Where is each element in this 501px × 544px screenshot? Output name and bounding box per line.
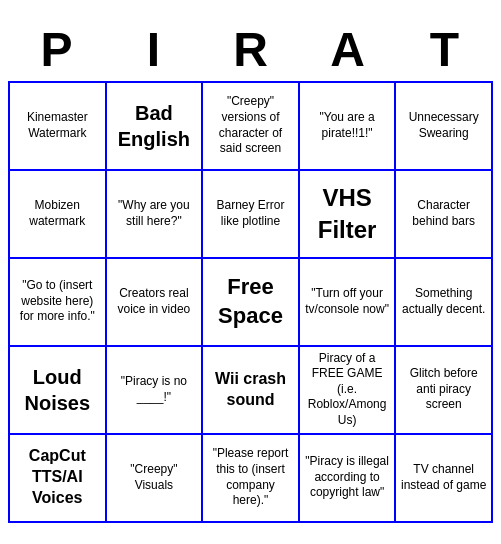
bingo-card: P I R A T Kinemaster Watermark Bad Engli… — [0, 14, 501, 531]
cell-21[interactable]: "Creepy" Visuals — [107, 435, 204, 523]
bingo-title: P I R A T — [8, 22, 493, 77]
title-letter-t: T — [400, 22, 490, 77]
bingo-grid: Kinemaster Watermark Bad English "Creepy… — [8, 81, 493, 523]
cell-3[interactable]: "You are a pirate!!1!" — [300, 83, 397, 171]
cell-23[interactable]: "Piracy is illegal according to copyrigh… — [300, 435, 397, 523]
cell-20[interactable]: CapCut TTS/AI Voices — [10, 435, 107, 523]
title-letter-r: R — [206, 22, 296, 77]
title-letter-a: A — [303, 22, 393, 77]
cell-10[interactable]: "Go to (insert website here) for more in… — [10, 259, 107, 347]
cell-17[interactable]: Wii crash sound — [203, 347, 300, 435]
cell-9[interactable]: Character behind bars — [396, 171, 493, 259]
cell-13[interactable]: "Turn off your tv/console now" — [300, 259, 397, 347]
cell-18[interactable]: Piracy of a FREE GAME (i.e. Roblox/Among… — [300, 347, 397, 435]
cell-22[interactable]: "Please report this to (insert company h… — [203, 435, 300, 523]
cell-8[interactable]: VHS Filter — [300, 171, 397, 259]
cell-24[interactable]: TV channel instead of game — [396, 435, 493, 523]
cell-1[interactable]: Bad English — [107, 83, 204, 171]
cell-19[interactable]: Glitch before anti piracy screen — [396, 347, 493, 435]
cell-0[interactable]: Kinemaster Watermark — [10, 83, 107, 171]
cell-14[interactable]: Something actually decent. — [396, 259, 493, 347]
cell-4[interactable]: Unnecessary Swearing — [396, 83, 493, 171]
cell-6[interactable]: "Why are you still here?" — [107, 171, 204, 259]
cell-16[interactable]: "Piracy is no ____!" — [107, 347, 204, 435]
title-letter-i: I — [109, 22, 199, 77]
cell-11[interactable]: Creators real voice in video — [107, 259, 204, 347]
title-letter-p: P — [12, 22, 102, 77]
cell-5[interactable]: Mobizen watermark — [10, 171, 107, 259]
cell-15[interactable]: Loud Noises — [10, 347, 107, 435]
cell-7[interactable]: Barney Error like plotline — [203, 171, 300, 259]
cell-12-free-space[interactable]: Free Space — [203, 259, 300, 347]
cell-2[interactable]: "Creepy" versions of character of said s… — [203, 83, 300, 171]
